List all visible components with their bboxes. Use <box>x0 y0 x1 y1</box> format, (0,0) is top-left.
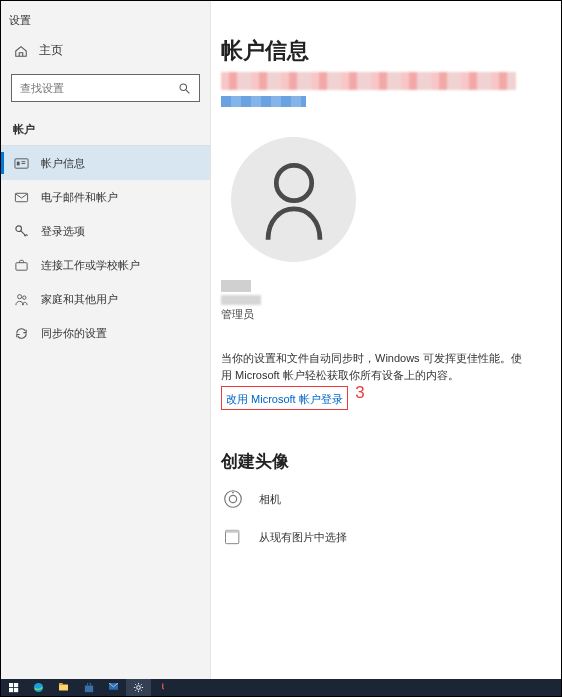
svg-point-0 <box>180 84 187 91</box>
sidebar-item-work-school[interactable]: 连接工作或学校帐户 <box>1 248 210 282</box>
home-button[interactable]: 主页 <box>1 32 210 69</box>
sidebar-item-family[interactable]: 家庭和其他用户 <box>1 282 210 316</box>
page-heading: 帐户信息 <box>221 36 561 66</box>
censored-username-2 <box>221 295 261 305</box>
svg-rect-16 <box>226 530 239 533</box>
email-icon <box>13 189 29 205</box>
svg-point-13 <box>229 495 236 502</box>
window-title: 设置 <box>1 9 210 32</box>
svg-point-14 <box>232 492 234 494</box>
svg-rect-22 <box>59 685 68 691</box>
svg-rect-19 <box>9 688 13 692</box>
nav-label: 同步你的设置 <box>41 326 107 341</box>
taskbar-store[interactable] <box>76 679 101 696</box>
search-input[interactable] <box>20 82 177 94</box>
svg-point-9 <box>17 294 21 298</box>
nav-label: 家庭和其他用户 <box>41 292 118 307</box>
svg-rect-3 <box>16 161 19 165</box>
svg-rect-23 <box>59 683 63 685</box>
create-avatar-heading: 创建头像 <box>221 450 561 473</box>
svg-line-1 <box>186 90 189 93</box>
sidebar: 设置 主页 帐户 帐户信息 电子邮件和帐户 <box>1 1 211 681</box>
avatar-placeholder <box>231 137 356 262</box>
option-label: 从现有图片中选择 <box>259 530 347 545</box>
nav-label: 登录选项 <box>41 224 85 239</box>
main-content: 帐户信息 管理员 当你的设置和文件自动同步时，Windows 可发挥更佳性能。使… <box>211 1 561 681</box>
admin-role-label: 管理员 <box>221 307 561 322</box>
home-label: 主页 <box>39 42 63 59</box>
svg-point-11 <box>276 165 311 200</box>
settings-window: 设置 主页 帐户 帐户信息 电子邮件和帐户 <box>1 1 561 681</box>
annotation-number: 3 <box>355 383 364 403</box>
sidebar-section-title: 帐户 <box>1 114 210 146</box>
nav-label: 连接工作或学校帐户 <box>41 258 140 273</box>
taskbar-explorer[interactable] <box>51 679 76 696</box>
censored-userinfo <box>221 72 561 107</box>
option-browse-image[interactable]: 从现有图片中选择 <box>221 525 561 549</box>
ms-account-login-link[interactable]: 改用 Microsoft 帐户登录 <box>226 393 343 405</box>
svg-rect-18 <box>14 683 18 687</box>
user-icon <box>258 157 330 242</box>
search-icon <box>177 81 191 95</box>
option-label: 相机 <box>259 492 281 507</box>
censored-username <box>221 280 251 292</box>
nav-label: 帐户信息 <box>41 156 85 171</box>
sidebar-item-account-info[interactable]: 帐户信息 <box>1 146 210 180</box>
sidebar-item-signin-options[interactable]: 登录选项 <box>1 214 210 248</box>
svg-rect-8 <box>15 262 26 270</box>
nav-label: 电子邮件和帐户 <box>41 190 118 205</box>
annotation-box-3: 改用 Microsoft 帐户登录 3 <box>221 386 348 410</box>
home-icon <box>13 43 29 59</box>
search-box[interactable] <box>11 74 200 102</box>
taskbar-app[interactable] <box>151 679 176 696</box>
camera-icon <box>221 487 245 511</box>
people-icon <box>13 291 29 307</box>
svg-rect-20 <box>14 688 18 692</box>
svg-rect-17 <box>9 683 13 687</box>
key-icon <box>13 223 29 239</box>
id-card-icon <box>13 155 29 171</box>
svg-point-26 <box>137 686 141 690</box>
taskbar-settings[interactable] <box>126 679 151 696</box>
taskbar-edge[interactable] <box>26 679 51 696</box>
sync-icon <box>13 325 29 341</box>
start-button[interactable] <box>1 679 26 696</box>
sync-description: 当你的设置和文件自动同步时，Windows 可发挥更佳性能。使用 Microso… <box>221 350 531 383</box>
sidebar-item-email[interactable]: 电子邮件和帐户 <box>1 180 210 214</box>
taskbar-mail[interactable] <box>101 679 126 696</box>
taskbar <box>1 679 561 696</box>
option-camera[interactable]: 相机 <box>221 487 561 511</box>
svg-rect-24 <box>84 685 92 692</box>
browse-image-icon <box>221 525 245 549</box>
briefcase-icon <box>13 257 29 273</box>
svg-point-10 <box>22 295 25 298</box>
sidebar-item-sync[interactable]: 同步你的设置 <box>1 316 210 350</box>
